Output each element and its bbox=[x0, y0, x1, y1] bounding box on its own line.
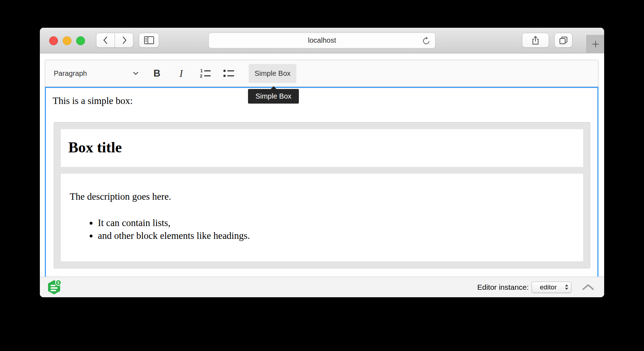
back-button[interactable] bbox=[96, 33, 115, 48]
svg-text:1: 1 bbox=[200, 68, 203, 73]
inspector-controls: Editor instance: editor bbox=[477, 282, 594, 293]
browser-window: localhost bbox=[40, 28, 604, 297]
chevron-right-icon bbox=[120, 36, 128, 45]
tab-overview-button[interactable] bbox=[554, 33, 572, 48]
expand-inspector-button[interactable] bbox=[582, 284, 594, 290]
address-bar[interactable]: localhost bbox=[208, 32, 436, 48]
italic-icon: I bbox=[179, 68, 183, 79]
simple-box-tooltip: Simple Box bbox=[248, 89, 299, 104]
bold-icon: B bbox=[153, 68, 160, 79]
web-page: Paragraph B I 1 2 bbox=[40, 53, 604, 297]
address-bar-text: localhost bbox=[308, 36, 336, 44]
description-paragraph[interactable]: The description goes here. bbox=[70, 191, 574, 203]
chevron-up-icon bbox=[582, 284, 594, 290]
simple-box-title[interactable]: Box title bbox=[61, 129, 583, 167]
browser-toolbar: localhost bbox=[40, 28, 604, 53]
chevron-down-icon bbox=[133, 72, 138, 75]
share-button[interactable] bbox=[522, 33, 549, 48]
simple-box-button-label: Simple Box bbox=[254, 69, 290, 78]
minimize-window-button[interactable] bbox=[63, 36, 72, 45]
heading-dropdown-label: Paragraph bbox=[54, 69, 87, 78]
zoom-window-button[interactable] bbox=[76, 36, 85, 45]
numbered-list-icon: 1 2 bbox=[199, 68, 212, 78]
editor-toolbar: Paragraph B I 1 2 bbox=[45, 60, 598, 87]
sidebar-icon bbox=[143, 36, 155, 45]
editor-instance-label: Editor instance: bbox=[477, 283, 529, 292]
plus-icon bbox=[592, 40, 600, 48]
svg-text:2: 2 bbox=[200, 74, 202, 78]
italic-button[interactable]: I bbox=[173, 64, 190, 83]
numbered-list-button[interactable]: 1 2 bbox=[197, 64, 214, 83]
bulleted-list-icon bbox=[222, 68, 235, 78]
ckeditor-logo: 5 bbox=[47, 279, 62, 295]
editor-instance-select[interactable]: editor bbox=[532, 282, 571, 293]
simple-box-description[interactable]: The description goes here. It can contai… bbox=[61, 174, 583, 261]
share-icon bbox=[531, 35, 540, 45]
inspector-bar: 5 Editor instance: editor bbox=[40, 277, 604, 297]
tabs-icon bbox=[559, 36, 568, 45]
list-item[interactable]: and other block elements like headings. bbox=[98, 229, 574, 242]
heading-dropdown[interactable]: Paragraph bbox=[54, 64, 138, 83]
simple-box-widget[interactable]: Box title The description goes here. It … bbox=[54, 122, 590, 268]
chevron-left-icon bbox=[102, 36, 110, 45]
description-list: It can contain lists, and other block el… bbox=[70, 216, 574, 242]
sidebar-toggle-button[interactable] bbox=[139, 33, 159, 48]
forward-button[interactable] bbox=[115, 33, 133, 48]
select-stepper-icon bbox=[565, 284, 569, 290]
list-item[interactable]: It can contain lists, bbox=[98, 216, 574, 229]
editor-editable-area[interactable]: This is a simple box: Box title The desc… bbox=[45, 87, 598, 277]
close-window-button[interactable] bbox=[49, 36, 58, 45]
bold-button[interactable]: B bbox=[148, 64, 165, 83]
simple-box-button[interactable]: Simple Box bbox=[249, 64, 296, 83]
tooltip-text: Simple Box bbox=[255, 92, 291, 100]
editor-instance-value: editor bbox=[532, 283, 565, 291]
svg-text:5: 5 bbox=[57, 281, 59, 284]
intro-paragraph[interactable]: This is a simple box: bbox=[53, 95, 591, 107]
nav-buttons bbox=[96, 33, 133, 48]
window-controls bbox=[49, 36, 85, 45]
reload-button[interactable] bbox=[422, 36, 431, 46]
bulleted-list-button[interactable] bbox=[220, 64, 237, 83]
new-tab-button[interactable] bbox=[586, 35, 604, 53]
